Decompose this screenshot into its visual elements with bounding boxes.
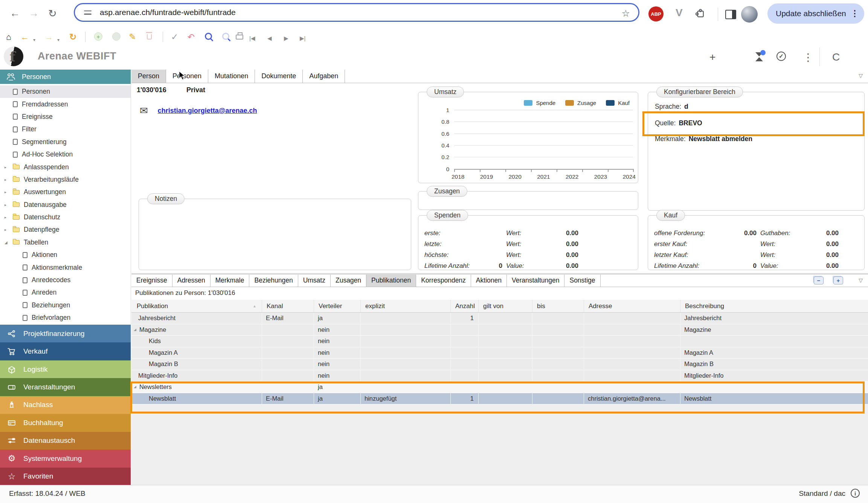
col-publikation[interactable]: Publikation▲ (131, 300, 262, 312)
tree-item-filter[interactable]: Filter (0, 123, 131, 135)
bookmark-star-icon[interactable]: ☆ (622, 8, 630, 19)
tree-item-aktionen[interactable]: Aktionen (0, 249, 131, 261)
tree-item-anlassspenden[interactable]: ▸Anlassspenden (0, 161, 131, 173)
table-row-magazine[interactable]: ◢Magazine nein Magazine (131, 324, 868, 336)
sort-asc-icon[interactable]: ▲ (253, 300, 256, 312)
col-adresse[interactable]: Adresse (584, 300, 680, 312)
forward-caret-icon[interactable]: ▾ (57, 35, 59, 45)
tree-item-anreden[interactable]: Anreden (0, 286, 131, 299)
tree-item-briefvorlagen[interactable]: Briefvorlagen (0, 312, 131, 324)
table-row-mitglieder-info[interactable]: Mitglieder-Info nein Mitglieder-Info (131, 370, 868, 382)
col-gilt-von[interactable]: gilt von (478, 300, 532, 312)
notizen-panel[interactable]: Notizen (139, 199, 411, 270)
collapse-panel-icon[interactable]: − (814, 277, 824, 284)
table-row-newsletters[interactable]: ◢Newsletters ja (131, 381, 868, 393)
back-icon[interactable]: ← (20, 32, 29, 42)
detail-strip-dropdown-icon[interactable]: ▽ (859, 277, 863, 283)
v-extension-icon[interactable]: V (676, 7, 683, 19)
tab-mutationen[interactable]: Mutationen (208, 70, 255, 83)
tree-item-ereignisse[interactable]: Ereignisse (0, 111, 131, 123)
tab-strip-dropdown-icon[interactable]: ▽ (859, 73, 863, 79)
tab-beziehungen[interactable]: Beziehungen (249, 275, 298, 287)
col-verteiler[interactable]: Verteiler (314, 300, 360, 312)
browser-reload-icon[interactable]: ↻ (48, 8, 57, 20)
tasks-check-icon[interactable]: ✓ (776, 52, 786, 61)
tree-item-adhoc-selektion[interactable]: Ad-Hoc Selektion (0, 148, 131, 161)
url-text[interactable]: asp.arenae.ch/funtrade-webift/funtrade (100, 8, 236, 17)
nav-first-icon[interactable]: |◀ (249, 33, 255, 44)
col-kanal[interactable]: Kanal (262, 300, 314, 312)
tree-item-segmentierung[interactable]: Segmentierung (0, 136, 131, 148)
tab-korrespondenz[interactable]: Korrespondenz (416, 275, 471, 287)
refresh-icon[interactable]: ↻ (69, 32, 76, 42)
tab-aktionen[interactable]: Aktionen (471, 275, 507, 287)
edit-pencil-icon[interactable]: ✎ (129, 32, 136, 42)
module-nachlass[interactable]: Nachlass (0, 396, 131, 414)
table-row-magazin-a[interactable]: Magazin A nein Magazin A (131, 347, 868, 359)
module-systemverwaltung[interactable]: ⚙ Systemverwaltung (0, 450, 131, 467)
extensions-puzzle-icon[interactable] (694, 8, 705, 20)
nav-prev-icon[interactable]: ◀ (267, 33, 272, 44)
module-verkauf[interactable]: Verkauf (0, 342, 131, 360)
collapse-arrow-icon[interactable]: ▸ (5, 190, 9, 194)
module-veranstaltungen[interactable]: Veranstaltungen (0, 378, 131, 396)
new-icon[interactable]: + (709, 51, 715, 63)
table-row-kids[interactable]: Kids nein (131, 336, 868, 347)
collapse-arrow-icon[interactable]: ▸ (5, 228, 9, 232)
module-datenaustausch[interactable]: Datenaustausch (0, 432, 131, 450)
collapse-arrow-icon[interactable]: ▸ (5, 178, 9, 182)
print-icon[interactable] (236, 35, 243, 40)
tab-publikationen[interactable]: Publikationen (366, 275, 416, 287)
update-button[interactable]: Update abschließen ⋮ (767, 3, 864, 24)
group-expand-icon[interactable]: ◢ (134, 381, 136, 392)
tab-veranstaltungen[interactable]: Veranstaltungen (507, 275, 565, 287)
tab-merkmale[interactable]: Merkmale (211, 275, 250, 287)
module-projektfinanzierung[interactable]: Projektfinanzierung (0, 325, 131, 342)
undo-icon[interactable]: ↶ (188, 32, 195, 42)
browser-forward-icon[interactable]: → (29, 8, 39, 19)
site-settings-icon[interactable] (84, 10, 92, 15)
module-logistik[interactable]: Logistik (0, 360, 131, 378)
collapse-arrow-icon[interactable]: ▸ (5, 215, 9, 219)
tree-item-tabellen[interactable]: ◢Tabellen (0, 236, 131, 249)
tree-item-fremdadressen[interactable]: Fremdadressen (0, 98, 131, 110)
expand-arrow-icon[interactable]: ◢ (5, 240, 9, 245)
tree-item-datenausgabe[interactable]: ▸Datenausgabe (0, 199, 131, 211)
add-record-icon[interactable]: + (94, 32, 102, 41)
confirm-check-icon[interactable]: ✓ (171, 32, 178, 42)
tab-dokumente[interactable]: Dokumente (255, 70, 303, 83)
tree-item-beziehungen[interactable]: Beziehungen (0, 299, 131, 312)
module-buchhaltung[interactable]: Buchhaltung (0, 414, 131, 432)
tree-item-personen[interactable]: Personen (0, 85, 131, 98)
tree-item-verarbeitungslaeufe[interactable]: ▸Verarbeitungsläufe (0, 173, 131, 186)
browser-profile-avatar[interactable] (741, 6, 758, 23)
overflow-menu-icon[interactable]: ⋮ (803, 51, 813, 64)
tab-umsatz[interactable]: Umsatz (298, 275, 331, 287)
home-icon[interactable]: ⌂ (6, 32, 11, 42)
tab-adressen[interactable]: Adressen (172, 275, 211, 287)
tab-sonstige[interactable]: Sonstige (564, 275, 600, 287)
col-bis[interactable]: bis (532, 300, 584, 312)
tab-ereignisse[interactable]: Ereignisse (131, 275, 172, 287)
forward-icon[interactable]: → (44, 32, 53, 42)
table-row-magazin-b[interactable]: Magazin B nein Magazin B (131, 359, 868, 370)
expand-panel-icon[interactable]: + (833, 277, 843, 284)
address-bar[interactable]: asp.arenae.ch/funtrade-webift/funtrade ☆ (74, 3, 639, 22)
tab-aufgaben[interactable]: Aufgaben (303, 70, 345, 83)
group-expand-icon[interactable]: ◢ (134, 324, 136, 335)
col-explizit[interactable]: explizit (360, 300, 450, 312)
tree-item-anredecodes[interactable]: Anredecodes (0, 274, 131, 286)
collapse-arrow-icon[interactable]: ▸ (5, 203, 9, 207)
nav-next-icon[interactable]: ▶ (284, 33, 288, 44)
copy-record-icon[interactable] (112, 32, 121, 41)
col-anzahl[interactable]: Anzahl (450, 300, 478, 312)
nav-last-icon[interactable]: ▶| (300, 33, 305, 44)
tree-item-aktionsmerkmale[interactable]: Aktionsmerkmale (0, 261, 131, 274)
info-icon[interactable]: i (851, 489, 860, 498)
browser-back-icon[interactable]: ← (10, 8, 20, 19)
search-icon[interactable] (205, 33, 212, 40)
tree-item-auswertungen[interactable]: ▸Auswertungen (0, 186, 131, 198)
browser-menu-icon[interactable]: ⋮ (851, 9, 859, 18)
module-favoriten[interactable]: ☆ Favoriten (0, 468, 131, 485)
tab-personen[interactable]: Personen (166, 70, 208, 83)
